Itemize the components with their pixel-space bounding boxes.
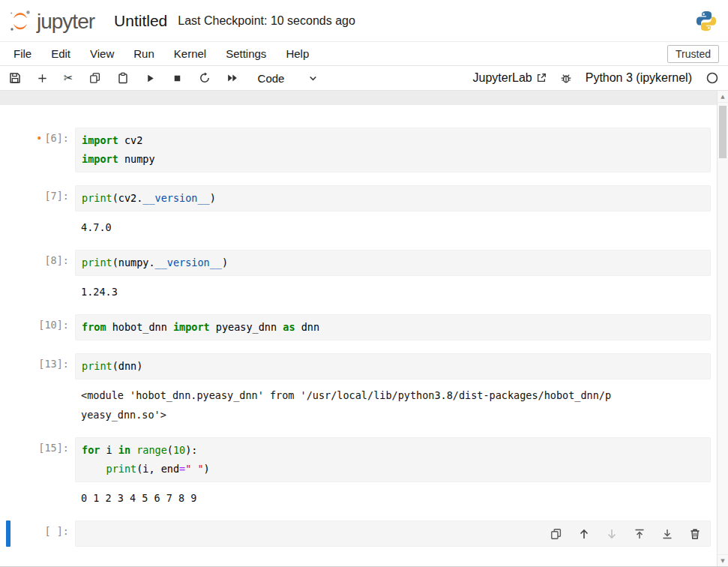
insert-cell-button[interactable]	[37, 73, 48, 84]
code-token: =	[179, 463, 185, 475]
execution-count: [8]:	[0, 250, 75, 302]
insert-cell-below-button[interactable]	[661, 528, 673, 540]
execution-count: [15]:	[0, 437, 75, 508]
cell-output: 1.24.3	[75, 276, 711, 302]
menu-item-file[interactable]: File	[4, 47, 41, 60]
notebook-cell[interactable]: [13]:print(dnn)<module 'hobot_dnn.pyeasy…	[0, 353, 711, 424]
output-line: 0 1 2 3 4 5 6 7 8 9	[81, 488, 705, 508]
restart-run-all-button[interactable]	[226, 72, 238, 84]
cell-body: import cv2import numpy	[75, 128, 711, 172]
duplicate-cell-button[interactable]	[550, 528, 562, 540]
code-token: ):	[185, 444, 197, 456]
execution-count: [10]:	[0, 314, 75, 340]
code-token: print	[106, 463, 137, 475]
interrupt-kernel-button[interactable]	[172, 73, 183, 84]
run-cell-button[interactable]	[145, 73, 156, 84]
notebook-cell[interactable]: •[6]:import cv2import numpy	[0, 128, 711, 172]
code-token: (numpy.	[112, 256, 155, 268]
delete-cell-button[interactable]	[689, 528, 701, 540]
notebook-cell[interactable]: [8]:print(numpy.__version__)1.24.3	[0, 250, 711, 302]
cell-input-editor[interactable]: for i in range(10): print(i, end=" ")	[75, 437, 711, 482]
kernel-name[interactable]: Python 3 (ipykernel)	[586, 71, 692, 85]
code-line: print(i, end=" ")	[82, 460, 704, 478]
notebook-cell[interactable]: [7]:print(cv2.__version__)4.7.0	[0, 185, 711, 237]
run-icon	[145, 73, 156, 84]
cut-cells-button[interactable]: ✂	[64, 73, 73, 84]
debugger-icon	[560, 72, 572, 84]
jupyter-logo[interactable]: jupyter	[7, 8, 94, 34]
output-line: 4.7.0	[81, 218, 705, 237]
plus-icon	[37, 73, 48, 84]
notebook-title[interactable]: Untitled	[114, 12, 167, 30]
output-line: yeasy_dnn.so'>	[81, 405, 705, 424]
code-token: dnn	[295, 321, 320, 333]
scrollbar-up-button[interactable]: ▲	[718, 91, 728, 103]
code-token: from	[82, 321, 106, 333]
menu-items: FileEditViewRunKernelSettingsHelp	[4, 47, 319, 60]
notebook-cell[interactable]: [10]:from hobot_dnn import pyeasy_dnn as…	[0, 314, 711, 340]
notebook-header: jupyter Untitled Last Checkpoint: 10 sec…	[0, 0, 728, 42]
insert-below-icon	[661, 528, 673, 540]
notebook-cell[interactable]: [15]:for i in range(10): print(i, end=" …	[0, 437, 711, 508]
debugger-button[interactable]	[560, 72, 572, 84]
cell-body: print(numpy.__version__)1.24.3	[75, 250, 711, 302]
menu-item-edit[interactable]: Edit	[41, 47, 80, 60]
trusted-badge[interactable]: Trusted	[667, 45, 719, 63]
open-jupyterlab-link[interactable]: JupyterLab	[473, 71, 547, 85]
cell-input-editor[interactable]: print(dnn)	[75, 353, 711, 380]
cell-type-value: Code	[258, 72, 285, 85]
scrollbar-thumb[interactable]	[719, 106, 727, 158]
notebook-cell[interactable]: [ ]:​	[0, 520, 711, 547]
menu-item-help[interactable]: Help	[276, 47, 319, 60]
stop-icon	[172, 73, 183, 84]
jupyter-notebook-app: jupyter Untitled Last Checkpoint: 10 sec…	[0, 0, 728, 567]
cell-input-editor[interactable]: print(cv2.__version__)	[75, 185, 711, 212]
jupyter-wordmark: jupyter	[37, 10, 94, 34]
output-line: 1.24.3	[81, 282, 705, 302]
insert-cell-above-button[interactable]	[634, 528, 646, 540]
code-line: import numpy	[82, 150, 704, 169]
menu-item-run[interactable]: Run	[124, 47, 164, 60]
scrollbar[interactable]: ▲ ▼	[717, 91, 728, 566]
code-token	[82, 463, 106, 475]
jupyter-logo-icon	[7, 8, 33, 34]
cell-input-editor[interactable]: print(numpy.__version__)	[75, 250, 711, 276]
cell-output: 4.7.0	[75, 212, 711, 237]
run-all-icon	[226, 72, 238, 84]
external-link-icon	[536, 73, 547, 83]
code-line: from hobot_dnn import pyeasy_dnn as dnn	[82, 318, 704, 337]
notebook-scroll-region: •[6]:import cv2import numpy[7]:print(cv2…	[0, 91, 728, 566]
code-token: for	[82, 444, 100, 456]
cell-type-dropdown[interactable]: Code	[258, 72, 319, 85]
cell-input-editor[interactable]: from hobot_dnn import pyeasy_dnn as dnn	[75, 314, 711, 340]
code-token: i	[100, 444, 118, 456]
restart-kernel-button[interactable]	[199, 72, 211, 84]
code-token: import	[82, 153, 118, 165]
save-button[interactable]	[9, 72, 21, 84]
move-cell-down-button[interactable]	[606, 528, 618, 540]
cell-input-editor[interactable]: import cv2import numpy	[75, 128, 711, 172]
menu-item-view[interactable]: View	[80, 47, 124, 60]
output-line: <module 'hobot_dnn.pyeasy_dnn' from '/us…	[81, 386, 705, 405]
code-line: print(numpy.__version__)	[82, 254, 704, 272]
cell-input-editor[interactable]: ​	[75, 520, 711, 547]
menu-item-settings[interactable]: Settings	[216, 47, 276, 60]
code-token: numpy	[118, 153, 155, 165]
code-editor-content: from hobot_dnn import pyeasy_dnn as dnn	[82, 318, 704, 337]
code-token: (i, end	[136, 463, 179, 475]
duplicate-icon	[550, 528, 562, 540]
arrow-up-icon	[578, 528, 590, 540]
arrow-down-icon	[606, 528, 618, 540]
code-token: (cv2.	[112, 192, 143, 204]
code-editor-content: print(numpy.__version__)	[82, 254, 704, 272]
code-line: print(cv2.__version__)	[82, 189, 704, 208]
code-line: for i in range(10):	[82, 441, 704, 460]
code-line: print(dnn)	[82, 357, 704, 376]
move-cell-up-button[interactable]	[578, 528, 590, 540]
menu-item-kernel[interactable]: Kernel	[164, 47, 216, 60]
cell-body: print(cv2.__version__)4.7.0	[75, 185, 711, 237]
menu-bar: FileEditViewRunKernelSettingsHelp Truste…	[0, 42, 728, 66]
copy-cells-button[interactable]	[89, 72, 101, 84]
scrollbar-down-button[interactable]: ▼	[718, 554, 728, 566]
paste-cells-button[interactable]	[117, 72, 129, 84]
